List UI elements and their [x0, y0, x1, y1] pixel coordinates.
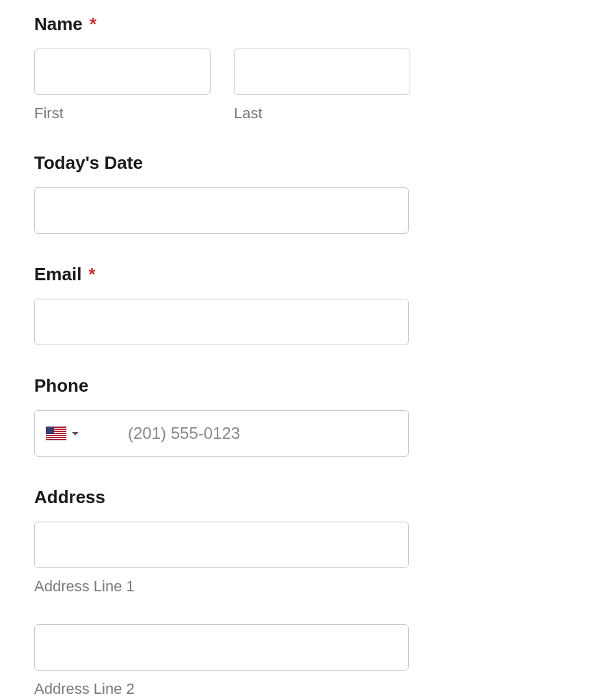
- country-selector[interactable]: [35, 411, 117, 456]
- date-input[interactable]: [34, 187, 409, 234]
- chevron-down-icon: [72, 432, 79, 435]
- address-line2-sublabel: Address Line 2: [34, 680, 578, 698]
- us-flag-icon: [46, 427, 66, 440]
- phone-label: Phone: [34, 375, 578, 396]
- address-line2-input[interactable]: [34, 624, 409, 671]
- phone-field-group: Phone: [34, 375, 578, 457]
- address-label-text: Address: [34, 487, 105, 507]
- required-marker: *: [90, 14, 96, 34]
- address-line1-row: Address Line 1: [34, 522, 578, 595]
- date-field-group: Today's Date: [34, 152, 578, 234]
- address-label: Address: [34, 487, 578, 508]
- name-input-row: First Last: [34, 49, 578, 122]
- address-field-group: Address Address Line 1 Address Line 2: [34, 487, 578, 698]
- email-input[interactable]: [34, 299, 409, 345]
- phone-label-text: Phone: [34, 375, 88, 396]
- email-label-text: Email: [34, 264, 81, 284]
- first-name-col: First: [34, 49, 211, 122]
- name-field-group: Name * First Last: [34, 14, 578, 122]
- address-line2-row: Address Line 2: [34, 624, 578, 698]
- date-label: Today's Date: [34, 152, 578, 174]
- email-field-group: Email *: [34, 264, 578, 345]
- last-name-input[interactable]: [234, 49, 410, 95]
- email-label: Email *: [34, 264, 578, 285]
- date-label-text: Today's Date: [34, 152, 143, 173]
- address-line1-sublabel: Address Line 1: [34, 578, 578, 595]
- name-label: Name *: [34, 14, 578, 35]
- address-line1-input[interactable]: [34, 522, 409, 568]
- last-name-col: Last: [234, 49, 410, 122]
- first-name-input[interactable]: [34, 49, 211, 95]
- required-marker: *: [89, 264, 96, 284]
- name-label-text: Name: [34, 14, 83, 34]
- last-name-sublabel: Last: [234, 105, 410, 122]
- phone-input-wrapper: [34, 410, 409, 457]
- first-name-sublabel: First: [34, 105, 211, 122]
